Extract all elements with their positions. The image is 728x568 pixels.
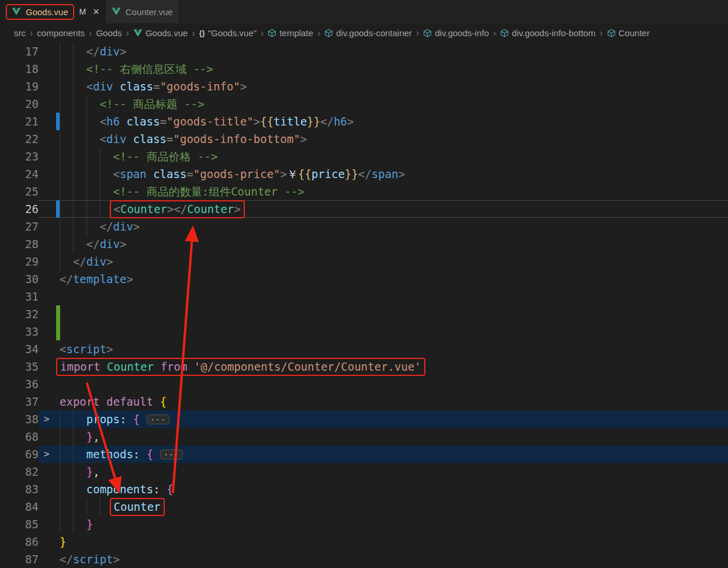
code-text[interactable]: </div>: [60, 253, 728, 270]
breadcrumb-item-template[interactable]: template: [268, 28, 313, 38]
code-text[interactable]: <div class="goods-info">: [60, 78, 728, 95]
line-number[interactable]: 69: [0, 445, 39, 463]
breadcrumb-item-counter[interactable]: Counter: [607, 28, 650, 38]
breadcrumb-item-div-goods-container[interactable]: div.goods-container: [324, 28, 412, 38]
line-number[interactable]: 32: [0, 305, 39, 323]
line-number[interactable]: 33: [0, 323, 39, 340]
code-token: <!-- 商品标题 -->: [100, 97, 204, 110]
line-number[interactable]: 24: [0, 165, 39, 183]
code-text[interactable]: Counter: [60, 498, 728, 515]
code-text[interactable]: },: [60, 428, 728, 445]
code-text[interactable]: <!-- 右侧信息区域 -->: [60, 60, 728, 78]
indent-guide: [73, 165, 74, 183]
folded-code-badge[interactable]: ···: [147, 414, 169, 424]
code-text[interactable]: },: [60, 463, 728, 480]
code-token: "goods-info-bottom": [174, 133, 300, 145]
line-number[interactable]: 36: [0, 375, 39, 393]
code-text[interactable]: [60, 375, 728, 393]
line-number[interactable]: 23: [0, 148, 39, 165]
line-number[interactable]: 38: [0, 410, 39, 428]
code-text[interactable]: props: {···: [60, 410, 728, 428]
code-text[interactable]: methods: {···: [60, 445, 728, 463]
line-number[interactable]: 84: [0, 498, 39, 515]
code-text[interactable]: </script>: [60, 550, 728, 568]
line-number[interactable]: 17: [0, 43, 39, 60]
line-number[interactable]: 86: [0, 533, 39, 550]
code-token: }: [86, 465, 93, 478]
folded-code-badge[interactable]: ···: [160, 449, 182, 459]
breadcrumb-item-goods[interactable]: Goods: [96, 28, 122, 38]
code-text[interactable]: import Counter from '@/components/Counte…: [60, 358, 728, 375]
code-text[interactable]: </div>: [60, 218, 728, 235]
fold-chevron-icon[interactable]: >: [44, 445, 50, 463]
line-number[interactable]: 27: [0, 218, 39, 235]
indent-guide: [73, 130, 74, 148]
code-text[interactable]: <!-- 商品标题 -->: [60, 95, 728, 113]
close-icon[interactable]: ×: [93, 6, 99, 17]
code-text[interactable]: }: [60, 533, 728, 550]
code-token: [187, 360, 193, 373]
code-text[interactable]: </div>: [60, 43, 728, 60]
code-token: "goods-title": [167, 115, 254, 128]
line-number[interactable]: 68: [0, 428, 39, 445]
fold-chevron-icon[interactable]: >: [44, 410, 50, 428]
line-number[interactable]: 85: [0, 515, 39, 533]
code-text[interactable]: export default {: [60, 393, 728, 410]
line-number[interactable]: 29: [0, 253, 39, 270]
line-number[interactable]: 31: [0, 288, 39, 305]
line-number[interactable]: 26: [0, 200, 39, 218]
code-text[interactable]: <h6 class="goods-title">{{title}}</h6>: [60, 113, 728, 130]
tab-goods-vue[interactable]: Goods.vueM×: [0, 0, 105, 23]
code-token: ,: [93, 465, 99, 478]
code-text[interactable]: }: [60, 515, 728, 533]
code-text[interactable]: </div>: [60, 235, 728, 253]
indent-guide: [60, 113, 60, 130]
line-body: [39, 375, 728, 393]
code-token: div: [100, 238, 120, 250]
line-number[interactable]: 30: [0, 270, 39, 288]
chevron-right-icon: ›: [89, 28, 92, 39]
breadcrumb-item-goods-vue[interactable]: Goods.vue: [133, 28, 188, 38]
line-number[interactable]: 37: [0, 393, 39, 410]
line-number[interactable]: 35: [0, 358, 39, 375]
line-number[interactable]: 28: [0, 235, 39, 253]
code-token: =: [153, 80, 160, 93]
line-body: </script>: [39, 550, 728, 568]
code-token: >: [120, 238, 126, 250]
code-text[interactable]: <div class="goods-info-bottom">: [60, 130, 728, 148]
code-text[interactable]: [60, 305, 728, 323]
code-token: >: [106, 255, 113, 268]
line-number[interactable]: 19: [0, 78, 39, 95]
annotation-box: Counter: [110, 498, 165, 516]
breadcrumb-item-div-goods-info-bottom[interactable]: div.goods-info-bottom: [500, 28, 595, 38]
code-text[interactable]: <!-- 商品价格 -->: [60, 148, 728, 165]
line-number[interactable]: 18: [0, 60, 39, 78]
line-number[interactable]: 20: [0, 95, 39, 113]
indent-guide: [60, 200, 60, 218]
line-number[interactable]: 21: [0, 113, 39, 130]
code-token: }: [86, 430, 93, 443]
code-text[interactable]: [60, 288, 728, 305]
code-text[interactable]: </template>: [60, 270, 728, 288]
code-text[interactable]: <!-- 商品的数量:组件Counter -->: [60, 183, 728, 200]
code-text[interactable]: <Counter></Counter>: [60, 200, 728, 218]
breadcrumb-item-src[interactable]: src: [14, 28, 26, 38]
code-token: >: [240, 80, 247, 93]
indent-guide: [60, 445, 60, 463]
code-text[interactable]: <span class="goods-price">￥{{price}}</sp…: [60, 165, 728, 183]
line-number[interactable]: 22: [0, 130, 39, 148]
breadcrumb-item-div-goods-info[interactable]: div.goods-info: [423, 28, 488, 38]
line-number[interactable]: 34: [0, 340, 39, 358]
breadcrumb-item-goods-vue[interactable]: {}"Goods.vue": [199, 28, 256, 38]
code-text[interactable]: <script>: [60, 340, 728, 358]
line-number[interactable]: 82: [0, 463, 39, 480]
tab-counter-vue[interactable]: Counter.vue: [105, 0, 179, 23]
code-text[interactable]: components: {: [60, 480, 728, 498]
line-number[interactable]: 83: [0, 480, 39, 498]
code-text[interactable]: [60, 323, 728, 340]
breadcrumb-item-components[interactable]: components: [37, 28, 85, 38]
breadcrumb-label: div.goods-info-bottom: [512, 28, 595, 38]
modified-badge: M: [79, 7, 86, 16]
line-number[interactable]: 25: [0, 183, 39, 200]
line-number[interactable]: 87: [0, 550, 39, 568]
